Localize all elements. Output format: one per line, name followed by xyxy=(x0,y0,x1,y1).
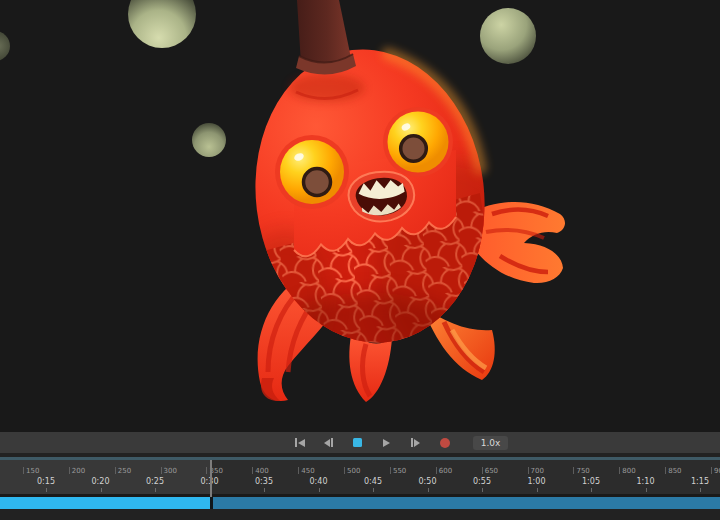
frame-number-label: 200 xyxy=(72,467,85,475)
timecode-label: 0:20 xyxy=(92,477,110,486)
timecode-label: 0:15 xyxy=(37,477,55,486)
timecode-label: 0:55 xyxy=(473,477,491,486)
transport-bar: 1.0x xyxy=(0,432,720,453)
frame-tick xyxy=(390,467,391,474)
frame-number-label: 550 xyxy=(393,467,406,475)
seek-bar[interactable] xyxy=(0,497,720,509)
transport-controls: 1.0x xyxy=(292,435,509,451)
frame-tick xyxy=(665,467,666,474)
frame-number-label: 600 xyxy=(439,467,452,475)
frame-number-label: 300 xyxy=(164,467,177,475)
timeline-ruler[interactable]: 1502002503003504004505005506006507007508… xyxy=(0,460,720,494)
frame-tick xyxy=(252,467,253,474)
frame-number-label: 450 xyxy=(301,467,314,475)
timecode-tick xyxy=(155,488,156,492)
frame-tick xyxy=(161,467,162,474)
play-icon xyxy=(383,439,390,447)
stop-button[interactable] xyxy=(350,435,366,451)
frame-tick xyxy=(115,467,116,474)
frame-number-label: 500 xyxy=(347,467,360,475)
play-button[interactable] xyxy=(379,435,395,451)
timecode-tick xyxy=(646,488,647,492)
seek-bar-played-segment xyxy=(0,497,210,509)
preview-viewport xyxy=(0,0,720,432)
scene-canvas xyxy=(0,0,720,432)
timecode-tick xyxy=(700,488,701,492)
timecode-label: 0:50 xyxy=(419,477,437,486)
frame-tick xyxy=(344,467,345,474)
step-forward-icon xyxy=(411,438,420,447)
frame-tick xyxy=(528,467,529,474)
timeline-panel: 1502002503003504004505005506006507007508… xyxy=(0,453,720,520)
step-backward-icon xyxy=(324,438,333,447)
timecode-tick xyxy=(428,488,429,492)
seek-bar-divider xyxy=(210,497,213,509)
timecode-label: 1:05 xyxy=(582,477,600,486)
frame-number-label: 850 xyxy=(668,467,681,475)
frame-number-label: 250 xyxy=(118,467,131,475)
timecode-tick xyxy=(482,488,483,492)
timecode-label: 0:35 xyxy=(255,477,273,486)
frame-tick xyxy=(711,467,712,474)
stop-icon xyxy=(353,438,362,447)
fish-left-eye xyxy=(275,135,349,209)
frame-tick xyxy=(436,467,437,474)
timecode-tick xyxy=(373,488,374,492)
frame-number-label: 700 xyxy=(531,467,544,475)
record-button[interactable] xyxy=(437,435,453,451)
fish-right-eye xyxy=(383,107,453,177)
timecode-label: 0:40 xyxy=(310,477,328,486)
step-backward-button[interactable] xyxy=(321,435,337,451)
skip-to-start-icon xyxy=(295,438,305,447)
timecode-label: 1:00 xyxy=(528,477,546,486)
frame-tick xyxy=(69,467,70,474)
timecode-tick xyxy=(264,488,265,492)
bottom-strip xyxy=(0,509,720,520)
timecode-tick xyxy=(537,488,538,492)
frame-tick xyxy=(482,467,483,474)
bubble-top-right xyxy=(480,8,536,64)
frame-number-label: 900 xyxy=(714,467,720,475)
timecode-label: 1:10 xyxy=(637,477,655,486)
playback-speed-button[interactable]: 1.0x xyxy=(473,436,509,450)
record-icon xyxy=(440,438,450,448)
frame-tick xyxy=(573,467,574,474)
timecode-tick xyxy=(591,488,592,492)
timecode-label: 0:25 xyxy=(146,477,164,486)
step-forward-button[interactable] xyxy=(408,435,424,451)
frame-tick xyxy=(619,467,620,474)
frame-number-label: 650 xyxy=(485,467,498,475)
frame-tick xyxy=(206,467,207,474)
playhead-handle[interactable] xyxy=(210,460,212,497)
frame-tick xyxy=(298,467,299,474)
animation-player-app: 1.0x 15020025030035040045050055060065070… xyxy=(0,0,720,520)
timecode-label: 1:15 xyxy=(691,477,709,486)
frame-tick xyxy=(23,467,24,474)
timecode-tick xyxy=(101,488,102,492)
timecode-label: 0:45 xyxy=(364,477,382,486)
bubble-small-mid-left xyxy=(192,123,226,157)
timecode-tick xyxy=(46,488,47,492)
timecode-tick xyxy=(319,488,320,492)
frame-number-label: 400 xyxy=(255,467,268,475)
frame-number-label: 800 xyxy=(622,467,635,475)
skip-to-start-button[interactable] xyxy=(292,435,308,451)
frame-number-label: 150 xyxy=(26,467,39,475)
frame-number-label: 750 xyxy=(576,467,589,475)
